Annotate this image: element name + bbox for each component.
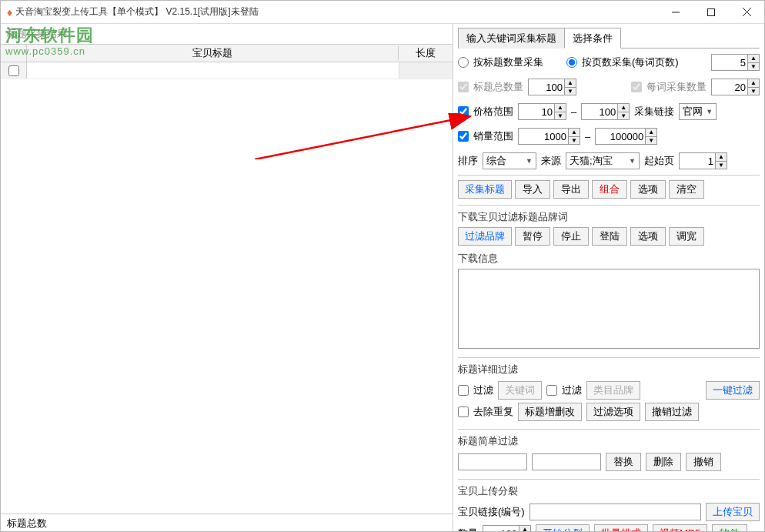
upload-button[interactable]: 上传宝贝 bbox=[706, 503, 760, 521]
grid-header: 宝贝标题 长度 bbox=[1, 44, 453, 62]
simple-input-1[interactable] bbox=[458, 453, 527, 470]
tab-keywords[interactable]: 输入关键词采集标题 bbox=[458, 28, 565, 49]
chk-sales[interactable] bbox=[458, 131, 469, 142]
row-checkbox[interactable] bbox=[8, 65, 19, 76]
app-icon: ♦ bbox=[7, 6, 12, 18]
upload-section-label: 宝贝上传分裂 bbox=[458, 484, 760, 498]
price-high-spinner[interactable]: ▲▼ bbox=[581, 103, 630, 120]
simple-input-2[interactable] bbox=[532, 453, 601, 470]
widen-button[interactable]: 调宽 bbox=[669, 227, 704, 246]
perword-spinner[interactable]: ▲▼ bbox=[711, 79, 760, 95]
login-button[interactable]: 登陆 bbox=[592, 227, 627, 246]
pause-button[interactable]: 暂停 bbox=[515, 227, 550, 246]
svg-line-5 bbox=[255, 116, 470, 159]
tabs: 输入关键词采集标题 选择条件 bbox=[458, 27, 760, 49]
md5-button[interactable]: 视频MD5 bbox=[653, 524, 707, 532]
price-label: 价格范围 bbox=[473, 105, 513, 119]
stop-button[interactable]: 停止 bbox=[553, 227, 589, 246]
upload-link-label: 宝贝链接(编号) bbox=[458, 505, 525, 519]
sort-combo[interactable]: 综合▼ bbox=[483, 152, 536, 169]
replace-button[interactable]: 替换 bbox=[606, 453, 641, 471]
chk-dedup[interactable] bbox=[458, 407, 469, 417]
right-panel: 输入关键词采集标题 选择条件 按标题数量采集 按页数采集(每词页数) ▲▼ 标题… bbox=[453, 24, 764, 532]
link-combo[interactable]: 官网▼ bbox=[679, 103, 717, 120]
collect-button[interactable]: 采集标题 bbox=[458, 180, 512, 199]
radio-by-page-label: 按页数采集(每词页数) bbox=[582, 55, 679, 69]
grid-body[interactable] bbox=[1, 62, 453, 514]
minimize-button[interactable] bbox=[658, 2, 693, 23]
grid-footer: 标题总数 bbox=[1, 514, 453, 532]
upload-link-input[interactable] bbox=[529, 504, 701, 520]
filter-option-button[interactable]: 过滤选项 bbox=[586, 403, 640, 421]
detail-filter-label: 标题详细过滤 bbox=[458, 363, 760, 376]
software-button[interactable]: 软件 bbox=[712, 524, 747, 532]
source-combo[interactable]: 天猫;淘宝▼ bbox=[566, 152, 640, 169]
link-label: 采集链接 bbox=[634, 105, 674, 119]
sort-label: 排序 bbox=[458, 154, 478, 168]
dl-option-button[interactable]: 选项 bbox=[630, 227, 666, 246]
table-row[interactable] bbox=[1, 62, 453, 79]
startpage-label: 起始页 bbox=[644, 154, 674, 168]
svg-rect-1 bbox=[708, 8, 715, 15]
edit-title-button[interactable]: 标题增删改 bbox=[518, 403, 582, 421]
sales-low-spinner[interactable]: ▲▼ bbox=[518, 128, 580, 145]
source-label: 来源 bbox=[541, 154, 561, 168]
col-length: 长度 bbox=[399, 46, 453, 60]
chk-perword bbox=[631, 82, 642, 92]
clear-button[interactable]: 清空 bbox=[669, 180, 704, 199]
undo-filter-button[interactable]: 撤销过滤 bbox=[645, 403, 699, 421]
tab-conditions[interactable]: 选择条件 bbox=[564, 28, 621, 49]
annotation-arrow bbox=[255, 113, 478, 159]
total-label: 标题总数 bbox=[7, 517, 47, 530]
titlebar: ♦ 天音淘宝裂变上传工具【单个模式】 V2.15.1[试用版]未登陆 bbox=[1, 1, 764, 24]
price-low-spinner[interactable]: ▲▼ bbox=[518, 103, 566, 120]
radio-by-count-label: 按标题数量采集 bbox=[473, 55, 543, 69]
onekey-filter-button[interactable]: 一键过滤 bbox=[706, 381, 760, 400]
col-title: 宝贝标题 bbox=[27, 46, 399, 60]
sales-label: 销量范围 bbox=[473, 129, 513, 143]
window-title: 天音淘宝裂变上传工具【单个模式】 V2.15.1[试用版]未登陆 bbox=[15, 5, 658, 18]
chk-price[interactable] bbox=[458, 106, 469, 117]
results-label: 标题采集结果 bbox=[1, 24, 453, 44]
radio-by-count[interactable] bbox=[458, 57, 469, 68]
qty-spinner[interactable]: ▲▼ bbox=[483, 525, 531, 532]
option-button[interactable]: 选项 bbox=[630, 180, 666, 199]
download-info-textarea[interactable] bbox=[458, 269, 760, 349]
chk-total bbox=[458, 82, 469, 92]
undo-button[interactable]: 撤销 bbox=[686, 453, 721, 471]
download-section-title: 下载宝贝过滤标题品牌词 bbox=[458, 210, 760, 224]
category-button[interactable]: 类目品牌 bbox=[586, 381, 640, 400]
left-panel: 河东软件园 www.pc0359.cn 标题采集结果 宝贝标题 长度 标题总数 bbox=[1, 24, 453, 532]
total-count-spinner[interactable]: ▲▼ bbox=[528, 79, 576, 95]
perword-label: 每词采集数量 bbox=[646, 80, 707, 94]
sales-high-spinner[interactable]: ▲▼ bbox=[595, 128, 657, 145]
filter-brand-button[interactable]: 过滤品牌 bbox=[458, 227, 512, 246]
download-info-label: 下载信息 bbox=[458, 252, 760, 266]
startpage-spinner[interactable]: ▲▼ bbox=[679, 152, 727, 169]
import-button[interactable]: 导入 bbox=[515, 180, 550, 199]
page-count-spinner[interactable]: ▲▼ bbox=[711, 54, 760, 71]
maximize-button[interactable] bbox=[693, 2, 729, 23]
chk-filter-kw[interactable] bbox=[458, 385, 469, 396]
qty-label: 数量 bbox=[458, 527, 478, 532]
export-button[interactable]: 导出 bbox=[553, 180, 589, 199]
total-count-label: 标题总数量 bbox=[473, 80, 523, 94]
split-button[interactable]: 开始分裂 bbox=[536, 524, 590, 532]
combine-button[interactable]: 组合 bbox=[592, 180, 627, 199]
keyword-button[interactable]: 关键词 bbox=[498, 381, 542, 400]
radio-by-page[interactable] bbox=[566, 57, 577, 68]
close-button[interactable] bbox=[729, 2, 764, 23]
chk-filter-cat[interactable] bbox=[546, 385, 557, 396]
delete-button[interactable]: 删除 bbox=[646, 453, 681, 471]
simple-filter-label: 标题简单过滤 bbox=[458, 434, 760, 448]
batch-button[interactable]: 批量模式 bbox=[594, 524, 648, 532]
